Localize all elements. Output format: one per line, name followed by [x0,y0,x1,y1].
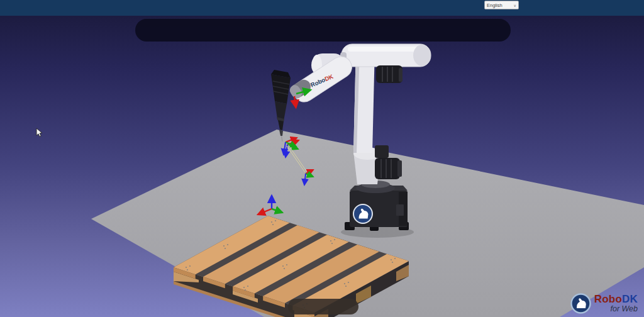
viewport-toolbar [135,19,511,42]
view-controls-pill [288,299,358,314]
watermark-robo: Robo [594,293,622,305]
robodk-for-web-watermark: RoboDK for Web [570,293,638,314]
mouse-cursor [35,128,44,138]
watermark-dk: DK [622,293,638,305]
watermark-subtitle: for Web [610,305,638,313]
3d-scene: RoboDK [0,16,644,317]
3d-viewport[interactable]: RoboDK [0,16,644,317]
spindle-tool[interactable] [271,70,291,142]
language-value: English [487,3,502,8]
robodk-watermark-icon [570,293,591,314]
chevron-down-icon: ∨ [514,3,516,8]
language-select[interactable]: English ∨ [484,1,519,9]
top-navbar: English ∨ [0,0,644,16]
